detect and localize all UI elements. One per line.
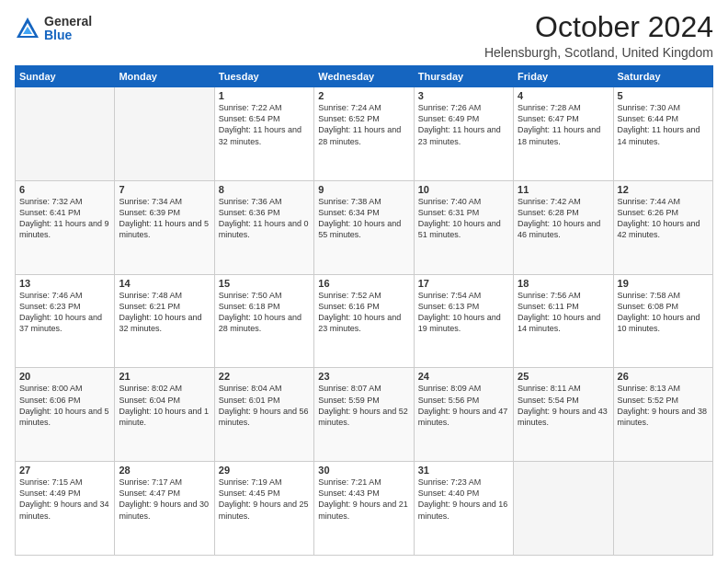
day-info: Sunrise: 7:50 AMSunset: 6:18 PMDaylight:… xyxy=(219,290,310,335)
day-info: Sunrise: 7:40 AMSunset: 6:31 PMDaylight:… xyxy=(418,196,509,241)
table-row: 11Sunrise: 7:42 AMSunset: 6:28 PMDayligh… xyxy=(514,180,613,274)
table-row: 18Sunrise: 7:56 AMSunset: 6:11 PMDayligh… xyxy=(514,274,613,368)
day-number: 15 xyxy=(219,278,310,289)
table-row: 22Sunrise: 8:04 AMSunset: 6:01 PMDayligh… xyxy=(214,368,313,462)
day-number: 14 xyxy=(119,278,210,289)
table-row: 2Sunrise: 7:24 AMSunset: 6:52 PMDaylight… xyxy=(314,87,414,181)
day-info: Sunrise: 8:04 AMSunset: 6:01 PMDaylight:… xyxy=(219,383,310,428)
table-row: 27Sunrise: 7:15 AMSunset: 4:49 PMDayligh… xyxy=(16,462,115,556)
day-info: Sunrise: 7:17 AMSunset: 4:47 PMDaylight:… xyxy=(119,477,210,522)
day-number: 11 xyxy=(518,184,609,195)
col-saturday: Saturday xyxy=(613,66,712,87)
day-info: Sunrise: 7:30 AMSunset: 6:44 PMDaylight:… xyxy=(618,102,709,147)
day-info: Sunrise: 7:26 AMSunset: 6:49 PMDaylight:… xyxy=(418,102,509,147)
logo: General Blue xyxy=(15,15,92,43)
day-info: Sunrise: 8:00 AMSunset: 6:06 PMDaylight:… xyxy=(19,383,110,428)
table-row: 14Sunrise: 7:48 AMSunset: 6:21 PMDayligh… xyxy=(115,274,214,368)
logo-general-text: General xyxy=(44,15,92,29)
day-info: Sunrise: 7:24 AMSunset: 6:52 PMDaylight:… xyxy=(318,102,409,147)
calendar-header-row: Sunday Monday Tuesday Wednesday Thursday… xyxy=(16,66,713,87)
table-row: 8Sunrise: 7:36 AMSunset: 6:36 PMDaylight… xyxy=(214,180,313,274)
day-number: 19 xyxy=(618,278,709,289)
day-number: 25 xyxy=(518,371,609,382)
table-row xyxy=(115,87,214,181)
table-row: 28Sunrise: 7:17 AMSunset: 4:47 PMDayligh… xyxy=(115,462,214,556)
day-number: 1 xyxy=(219,90,310,101)
col-tuesday: Tuesday xyxy=(214,66,313,87)
day-number: 8 xyxy=(219,184,310,195)
page: General Blue October 2024 Helensburgh, S… xyxy=(0,0,728,563)
table-row: 9Sunrise: 7:38 AMSunset: 6:34 PMDaylight… xyxy=(314,180,414,274)
calendar-table: Sunday Monday Tuesday Wednesday Thursday… xyxy=(15,65,713,556)
day-number: 13 xyxy=(19,278,110,289)
month-title: October 2024 xyxy=(484,11,713,43)
table-row: 24Sunrise: 8:09 AMSunset: 5:56 PMDayligh… xyxy=(414,368,513,462)
day-number: 4 xyxy=(518,90,609,101)
day-number: 3 xyxy=(418,90,509,101)
day-info: Sunrise: 7:52 AMSunset: 6:16 PMDaylight:… xyxy=(318,290,409,335)
day-number: 22 xyxy=(219,371,310,382)
calendar-week-row: 1Sunrise: 7:22 AMSunset: 6:54 PMDaylight… xyxy=(16,87,713,181)
table-row: 6Sunrise: 7:32 AMSunset: 6:41 PMDaylight… xyxy=(16,180,115,274)
day-info: Sunrise: 8:02 AMSunset: 6:04 PMDaylight:… xyxy=(119,383,210,428)
day-number: 5 xyxy=(618,90,709,101)
table-row: 26Sunrise: 8:13 AMSunset: 5:52 PMDayligh… xyxy=(613,368,712,462)
table-row: 7Sunrise: 7:34 AMSunset: 6:39 PMDaylight… xyxy=(115,180,214,274)
day-info: Sunrise: 7:46 AMSunset: 6:23 PMDaylight:… xyxy=(19,290,110,335)
location: Helensburgh, Scotland, United Kingdom xyxy=(484,45,713,60)
day-info: Sunrise: 8:09 AMSunset: 5:56 PMDaylight:… xyxy=(418,383,509,428)
day-number: 24 xyxy=(418,371,509,382)
day-info: Sunrise: 7:15 AMSunset: 4:49 PMDaylight:… xyxy=(19,477,110,522)
title-block: October 2024 Helensburgh, Scotland, Unit… xyxy=(484,11,713,60)
table-row: 12Sunrise: 7:44 AMSunset: 6:26 PMDayligh… xyxy=(613,180,712,274)
day-number: 29 xyxy=(219,465,310,476)
day-info: Sunrise: 7:28 AMSunset: 6:47 PMDaylight:… xyxy=(518,102,609,147)
col-friday: Friday xyxy=(514,66,613,87)
table-row: 23Sunrise: 8:07 AMSunset: 5:59 PMDayligh… xyxy=(314,368,414,462)
day-number: 18 xyxy=(518,278,609,289)
day-info: Sunrise: 7:54 AMSunset: 6:13 PMDaylight:… xyxy=(418,290,509,335)
day-info: Sunrise: 8:07 AMSunset: 5:59 PMDaylight:… xyxy=(318,383,409,428)
logo-icon xyxy=(15,16,40,41)
day-number: 17 xyxy=(418,278,509,289)
day-number: 16 xyxy=(318,278,409,289)
day-info: Sunrise: 7:22 AMSunset: 6:54 PMDaylight:… xyxy=(219,102,310,147)
table-row: 4Sunrise: 7:28 AMSunset: 6:47 PMDaylight… xyxy=(514,87,613,181)
day-info: Sunrise: 7:38 AMSunset: 6:34 PMDaylight:… xyxy=(318,196,409,241)
calendar-week-row: 20Sunrise: 8:00 AMSunset: 6:06 PMDayligh… xyxy=(16,368,713,462)
day-number: 31 xyxy=(418,465,509,476)
day-number: 27 xyxy=(19,465,110,476)
table-row: 20Sunrise: 8:00 AMSunset: 6:06 PMDayligh… xyxy=(16,368,115,462)
day-info: Sunrise: 7:19 AMSunset: 4:45 PMDaylight:… xyxy=(219,477,310,522)
table-row: 13Sunrise: 7:46 AMSunset: 6:23 PMDayligh… xyxy=(16,274,115,368)
day-number: 10 xyxy=(418,184,509,195)
day-number: 9 xyxy=(318,184,409,195)
day-number: 2 xyxy=(318,90,409,101)
col-monday: Monday xyxy=(115,66,214,87)
table-row xyxy=(514,462,613,556)
logo-blue-text: Blue xyxy=(44,29,92,42)
table-row: 10Sunrise: 7:40 AMSunset: 6:31 PMDayligh… xyxy=(414,180,513,274)
calendar-week-row: 27Sunrise: 7:15 AMSunset: 4:49 PMDayligh… xyxy=(16,462,713,556)
table-row: 19Sunrise: 7:58 AMSunset: 6:08 PMDayligh… xyxy=(613,274,712,368)
table-row xyxy=(16,87,115,181)
day-info: Sunrise: 7:32 AMSunset: 6:41 PMDaylight:… xyxy=(19,196,110,241)
table-row: 31Sunrise: 7:23 AMSunset: 4:40 PMDayligh… xyxy=(414,462,513,556)
day-info: Sunrise: 7:34 AMSunset: 6:39 PMDaylight:… xyxy=(119,196,210,241)
table-row: 21Sunrise: 8:02 AMSunset: 6:04 PMDayligh… xyxy=(115,368,214,462)
day-number: 20 xyxy=(19,371,110,382)
day-number: 28 xyxy=(119,465,210,476)
col-wednesday: Wednesday xyxy=(314,66,414,87)
table-row: 30Sunrise: 7:21 AMSunset: 4:43 PMDayligh… xyxy=(314,462,414,556)
table-row: 17Sunrise: 7:54 AMSunset: 6:13 PMDayligh… xyxy=(414,274,513,368)
day-number: 23 xyxy=(318,371,409,382)
day-number: 26 xyxy=(618,371,709,382)
day-info: Sunrise: 7:58 AMSunset: 6:08 PMDaylight:… xyxy=(618,290,709,335)
day-number: 30 xyxy=(318,465,409,476)
col-thursday: Thursday xyxy=(414,66,513,87)
day-info: Sunrise: 7:23 AMSunset: 4:40 PMDaylight:… xyxy=(418,477,509,522)
day-number: 21 xyxy=(119,371,210,382)
table-row: 16Sunrise: 7:52 AMSunset: 6:16 PMDayligh… xyxy=(314,274,414,368)
table-row: 15Sunrise: 7:50 AMSunset: 6:18 PMDayligh… xyxy=(214,274,313,368)
table-row: 29Sunrise: 7:19 AMSunset: 4:45 PMDayligh… xyxy=(214,462,313,556)
